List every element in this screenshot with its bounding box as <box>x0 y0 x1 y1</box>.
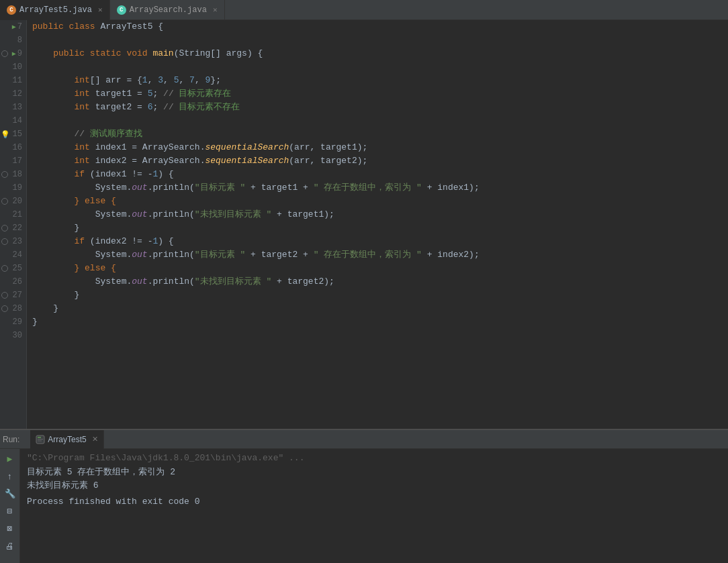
indent-19 <box>32 181 95 195</box>
out-26: out <box>132 275 147 289</box>
sys-26: System. <box>95 275 132 289</box>
line-num-28: 28 <box>0 302 26 315</box>
comma-11a: , <box>148 74 158 87</box>
editor-container: ▶ 7 8 ▶ 9 10 11 <box>0 20 728 429</box>
ln-27: 27 <box>13 291 22 300</box>
ln-17: 17 <box>13 156 22 166</box>
arr-decl-11: [] arr = { <box>90 74 142 87</box>
code-lines[interactable]: public class ArrayTest5 { public static … <box>27 20 728 429</box>
line-numbers: ▶ 7 8 ▶ 9 10 11 <box>0 20 27 429</box>
line-num-11: 11 <box>0 74 26 87</box>
num-5: 5 <box>174 74 179 87</box>
line-num-25: 25 <box>0 262 26 275</box>
line-num-24: 24 <box>0 248 26 262</box>
num-1-18: 1 <box>152 168 158 181</box>
ln-26: 26 <box>13 277 22 287</box>
tab-bar: C ArrayTest5.java ✕ C ArraySearch.java ✕ <box>0 0 728 20</box>
fn-seqsearch-16: sequentialSearch <box>205 141 289 154</box>
line-num-17: 17 <box>0 154 26 168</box>
code-line-30 <box>32 329 728 342</box>
ln-19: 19 <box>13 183 22 193</box>
run-arrow-7: ▶ <box>12 23 16 31</box>
run-output-content[interactable]: "C:\Program Files\Java\jdk1.8.0_201\bin\… <box>20 449 728 563</box>
sys-19: System. <box>95 181 132 195</box>
out-21: out <box>132 208 147 221</box>
code-line-9: public static void main(String[] args) { <box>32 47 728 60</box>
code-line-12: int target1 = 5; // 目标元素存在 <box>32 87 728 101</box>
kw-public-9: public <box>53 47 90 60</box>
code-line-27: } <box>32 289 728 302</box>
code-line-19: System.out.println("目标元素 " + target1 + "… <box>32 181 728 195</box>
line-num-16: 16 <box>0 141 26 154</box>
code-line-23: if (index2 != -1) { <box>32 235 728 248</box>
run-tab-close[interactable]: ✕ <box>92 435 98 444</box>
tab-arraysearch[interactable]: C ArraySearch.java ✕ <box>110 0 225 20</box>
svg-rect-2 <box>38 439 43 440</box>
num-1: 1 <box>142 74 148 87</box>
num-9: 9 <box>206 74 211 87</box>
ln-24: 24 <box>13 250 22 260</box>
run-settings-button[interactable]: 🔧 <box>3 487 17 501</box>
code-line-18: if (index1 != -1) { <box>32 168 728 181</box>
type-int-12: int <box>74 87 89 101</box>
cond-23: (index2 != - <box>90 235 153 248</box>
tab-close-arraysearch[interactable]: ✕ <box>213 5 218 14</box>
indent-18 <box>32 168 74 181</box>
run-toolbar: ▶ ↑ 🔧 ⊟ ⊠ 🖨 <box>0 449 20 563</box>
code-line-21: System.out.println("未找到目标元素 " + target1)… <box>32 208 728 221</box>
num-7: 7 <box>189 74 195 87</box>
indent-24 <box>32 248 95 262</box>
plus-24a: + target2 + <box>245 248 313 262</box>
cm-cn-12: 目标元素存在 <box>179 87 231 101</box>
code-line-29: } <box>32 315 728 329</box>
line-num-18: 18 <box>0 168 26 181</box>
tab-close-arraytest5[interactable]: ✕ <box>98 5 103 14</box>
code-line-14 <box>32 114 728 127</box>
ln-25: 25 <box>13 264 22 273</box>
bp-outline-25 <box>1 265 8 272</box>
editor-main[interactable]: ▶ 7 8 ▶ 9 10 11 <box>0 20 728 429</box>
code-line-20: } else { <box>32 195 728 208</box>
comma-11b: , <box>163 74 174 87</box>
tab-arraytest5[interactable]: C ArrayTest5.java ✕ <box>0 0 110 20</box>
code-area: ▶ 7 8 ▶ 9 10 11 <box>0 20 728 429</box>
line-num-15: 💡 15 <box>0 127 26 141</box>
plus-24b: + index2); <box>422 248 480 262</box>
cm-15: // <box>74 127 89 141</box>
plus-26: + target2); <box>271 275 334 289</box>
num-3: 3 <box>158 74 163 87</box>
run-rerun-button[interactable]: ↑ <box>3 469 17 484</box>
kw-public-7: public <box>32 20 69 34</box>
line-num-12: 12 <box>0 87 26 101</box>
ln-12: 12 <box>13 89 22 99</box>
plus-19b: + index1); <box>422 181 480 195</box>
kw-class-7: class <box>69 20 101 34</box>
kw-if-18: if <box>74 168 89 181</box>
str-21: "未找到目标元素 " <box>195 208 271 221</box>
indent-25 <box>32 262 74 275</box>
sys-24: System. <box>95 248 132 262</box>
ln-29: 29 <box>13 317 22 327</box>
num-1-23: 1 <box>152 235 158 248</box>
code-line-28: } <box>32 302 728 315</box>
kw-static-9: static <box>90 47 127 60</box>
run-print-button[interactable]: 🖨 <box>3 539 17 554</box>
ln-28: 28 <box>13 304 22 313</box>
ln-10: 10 <box>13 62 22 72</box>
run-arrow-9: ▶ <box>12 50 16 58</box>
run-tab-arraytest5[interactable]: ArrayTest5 ✕ <box>30 430 103 449</box>
indent-22 <box>32 221 74 235</box>
run-stop-button[interactable]: ⊠ <box>3 521 17 536</box>
run-layout-button[interactable]: ⊟ <box>3 504 17 519</box>
println-19: .println( <box>148 181 195 195</box>
output-line-1: 目标元素 5 存在于数组中，索引为 2 <box>27 466 721 478</box>
line-num-7: ▶ 7 <box>0 20 26 34</box>
lightbulb-15: 💡 <box>1 130 10 139</box>
ln-7: 7 <box>17 22 22 32</box>
num-6-13: 6 <box>148 101 153 114</box>
line-num-19: 19 <box>0 181 26 195</box>
run-output: ▶ ↑ 🔧 ⊟ ⊠ 🖨 "C:\Program Files\Java\jdk1.… <box>0 449 728 563</box>
svg-rect-1 <box>38 437 41 438</box>
type-int-11: int <box>74 74 89 87</box>
run-play-button[interactable]: ▶ <box>3 452 17 466</box>
